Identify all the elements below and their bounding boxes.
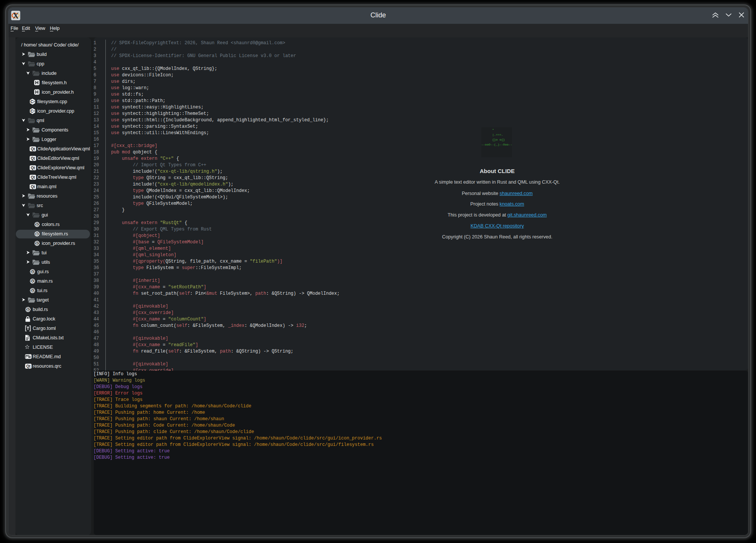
- svg-text:R: R: [31, 279, 34, 283]
- svg-text:C: C: [31, 99, 34, 104]
- svg-text:R: R: [26, 307, 29, 311]
- svg-text:Qt: Qt: [31, 175, 35, 179]
- svg-text:R: R: [31, 288, 34, 292]
- svg-text:Qt: Qt: [31, 147, 35, 151]
- svg-text:Qt: Qt: [26, 364, 31, 368]
- svg-text:R: R: [31, 269, 34, 274]
- svg-text:R: R: [36, 222, 39, 226]
- svg-text:R: R: [36, 241, 39, 245]
- svg-text:Qt: Qt: [31, 184, 35, 189]
- svg-text:Qt: Qt: [31, 156, 35, 160]
- svg-text:C: C: [31, 109, 34, 113]
- svg-text:Qt: Qt: [31, 166, 35, 170]
- svg-text:R: R: [36, 232, 39, 236]
